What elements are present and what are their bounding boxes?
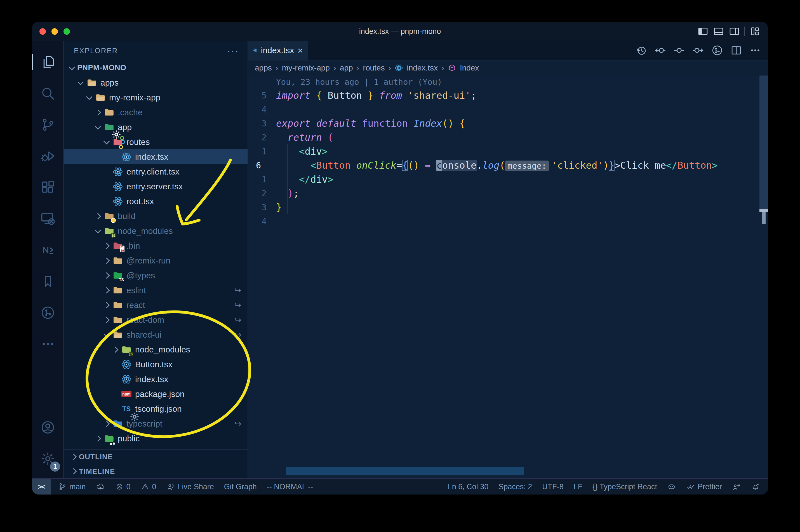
chevron-down-icon[interactable] xyxy=(93,229,103,233)
close-window-button[interactable] xyxy=(39,28,46,35)
activity-nx-console[interactable] xyxy=(32,234,63,266)
tree-item-my-remix-app[interactable]: my-remix-app xyxy=(64,90,248,105)
status-encoding[interactable]: UTF-8 xyxy=(542,482,564,491)
breadcrumb-item-index-tsx[interactable]: index.tsx xyxy=(407,63,438,73)
code-editor[interactable]: You, 23 hours ago | 1 author (You) 5impo… xyxy=(248,76,768,478)
breadcrumb-item-apps[interactable]: apps xyxy=(255,63,272,73)
activity-source-control[interactable] xyxy=(32,109,63,140)
toggle-secondary-sidebar-icon[interactable] xyxy=(729,26,740,37)
tree-item--bin[interactable]: 0110.bin xyxy=(64,238,248,253)
tree-item-entry-client-tsx[interactable]: entry.client.tsx xyxy=(64,164,248,179)
chevron-right-icon[interactable] xyxy=(110,347,120,352)
code-line[interactable]: 3export default function Index() { xyxy=(248,116,768,130)
tree-item-entry-server-tsx[interactable]: entry.server.tsx xyxy=(64,179,248,194)
activity-run-debug[interactable] xyxy=(32,140,63,172)
status-branch[interactable]: main xyxy=(58,482,86,491)
status-eol[interactable]: LF xyxy=(574,482,583,491)
open-change-icon[interactable] xyxy=(673,44,685,56)
tree-item-tsconfig-json[interactable]: TStsconfig.json xyxy=(64,401,248,416)
customize-layout-icon[interactable] xyxy=(749,26,761,37)
status-vim-mode[interactable]: -- NORMAL -- xyxy=(267,482,313,491)
activity-explorer[interactable] xyxy=(32,46,63,78)
minimize-window-button[interactable] xyxy=(52,28,58,35)
next-change-icon[interactable] xyxy=(692,44,704,56)
tree-item-public[interactable]: public xyxy=(64,431,248,446)
tree-item-index-tsx[interactable]: index.tsx xyxy=(64,149,248,164)
toggle-primary-sidebar-icon[interactable] xyxy=(697,26,708,37)
code-line[interactable]: 4 xyxy=(248,214,768,228)
status-cursor-position[interactable]: Ln 6, Col 30 xyxy=(448,482,489,491)
breadcrumb-item-routes[interactable]: routes xyxy=(363,63,385,73)
tree-item--cache[interactable]: .cache xyxy=(64,105,248,120)
vertical-scrollbar[interactable] xyxy=(759,76,768,478)
breadcrumb-item-my-remix-app[interactable]: my-remix-app xyxy=(282,63,330,73)
zoom-window-button[interactable] xyxy=(63,28,70,35)
code-line[interactable]: 1 <div> xyxy=(248,144,768,158)
status-prettier[interactable]: Prettier xyxy=(686,482,722,491)
tree-section-pnpm-mono[interactable]: PNPM-MONO xyxy=(64,60,248,75)
status-copilot[interactable] xyxy=(667,482,676,491)
activity-extensions[interactable] xyxy=(32,172,63,203)
code-line[interactable]: 2 ); xyxy=(248,186,768,200)
tree-item-routes[interactable]: routes xyxy=(64,135,248,149)
chevron-right-icon[interactable] xyxy=(93,436,103,441)
code-line[interactable]: 3} xyxy=(248,200,768,214)
chevron-right-icon[interactable] xyxy=(101,244,112,248)
breadcrumb-item-index[interactable]: Index xyxy=(460,63,479,73)
timeline-panel-header[interactable]: TIMELINE xyxy=(64,464,248,478)
chevron-right-icon[interactable] xyxy=(101,318,112,322)
code-line[interactable]: 6 <Button onClick={() ⇒ console.log(mess… xyxy=(248,158,768,172)
tree-item-node-modules[interactable]: jsnode_modules xyxy=(64,224,248,238)
split-editor-icon[interactable] xyxy=(730,44,742,56)
activity-search[interactable] xyxy=(32,78,63,109)
activity-settings[interactable]: 1 xyxy=(32,443,63,474)
tree-item-app[interactable]: app xyxy=(64,120,248,135)
chevron-right-icon[interactable] xyxy=(101,303,112,307)
toggle-panel-icon[interactable] xyxy=(713,26,724,37)
chevron-down-icon[interactable] xyxy=(93,125,103,130)
status-warnings[interactable]: 0 xyxy=(141,482,156,491)
tree-item-typescript[interactable]: TStypescript↪ xyxy=(64,416,248,431)
tree-item-apps[interactable]: apps xyxy=(64,75,248,90)
scrollbar-slider[interactable] xyxy=(759,76,768,211)
tree-item-index-tsx[interactable]: index.tsx xyxy=(64,372,248,386)
status-errors[interactable]: 0 xyxy=(115,482,131,491)
status-notifications[interactable] xyxy=(751,482,760,491)
tree-item-package-json[interactable]: npmpackage.json xyxy=(64,386,248,401)
chevron-right-icon[interactable] xyxy=(101,259,112,263)
tree-item--types[interactable]: TS@types xyxy=(64,268,248,283)
code-line[interactable]: 1 </div> xyxy=(248,172,768,186)
status-git-graph[interactable]: Git Graph xyxy=(224,482,257,491)
previous-change-icon[interactable] xyxy=(654,44,666,56)
local-history-icon[interactable] xyxy=(635,44,647,56)
code-line[interactable]: 2 return ( xyxy=(248,130,768,144)
horizontal-scrollbar[interactable] xyxy=(286,467,523,475)
chevron-down-icon[interactable] xyxy=(101,140,112,144)
remote-indicator[interactable]: >< xyxy=(32,479,51,495)
tree-item-eslint[interactable]: eslint↪ xyxy=(64,283,248,298)
chevron-down-icon[interactable] xyxy=(84,95,95,100)
chevron-right-icon[interactable] xyxy=(101,273,112,278)
tree-item-button-tsx[interactable]: Button.tsx xyxy=(64,357,248,372)
status-indentation[interactable]: Spaces: 2 xyxy=(498,482,532,491)
status-language-mode[interactable]: {} TypeScript React xyxy=(592,482,657,491)
more-actions-icon[interactable] xyxy=(749,44,761,56)
activity-bookmarks[interactable] xyxy=(32,266,63,297)
tab-index-tsx[interactable]: index.tsx × xyxy=(248,41,308,60)
outline-panel-header[interactable]: OUTLINE xyxy=(64,449,248,464)
chevron-right-icon[interactable] xyxy=(101,288,112,292)
activity-remote-explorer[interactable] xyxy=(32,203,63,234)
status-feedback[interactable] xyxy=(732,482,741,491)
tree-item-root-tsx[interactable]: root.tsx xyxy=(64,194,248,209)
explorer-more-icon[interactable]: ··· xyxy=(227,45,239,56)
chevron-down-icon[interactable] xyxy=(101,332,112,337)
activity-git-graph[interactable] xyxy=(32,297,63,328)
status-sync[interactable] xyxy=(96,482,105,491)
breadcrumb-item-app[interactable]: app xyxy=(340,63,353,73)
chevron-right-icon[interactable] xyxy=(101,421,112,426)
status-live-share[interactable]: Live Share xyxy=(167,482,214,491)
code-line[interactable]: 4 xyxy=(248,102,768,116)
git-graph-view-icon[interactable] xyxy=(711,44,723,56)
tree-item--remix-run[interactable]: @remix-run xyxy=(64,253,248,268)
activity-accounts[interactable] xyxy=(32,412,63,443)
